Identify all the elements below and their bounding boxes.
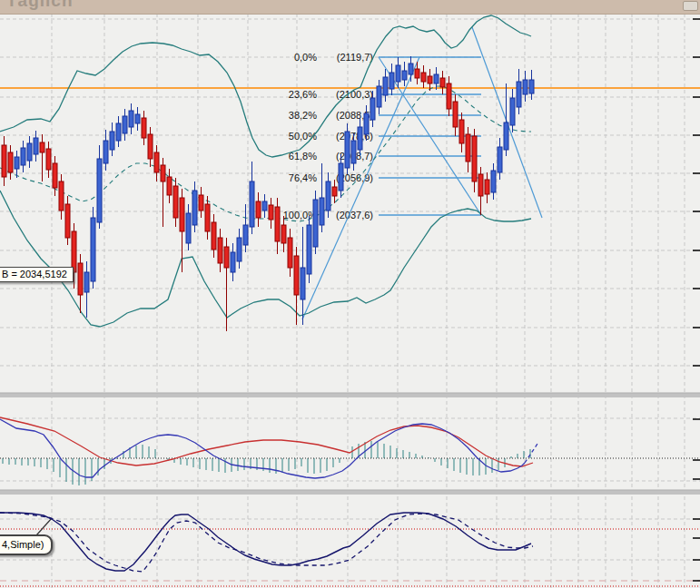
- indicator-params-tooltip: 4,Simple): [0, 534, 53, 555]
- bollinger-value-tooltip: B = 2034,5192: [0, 267, 74, 282]
- candle-body: [269, 205, 273, 220]
- candle-body: [504, 122, 508, 150]
- candle-body: [453, 102, 458, 127]
- candle-body: [421, 73, 426, 82]
- candle-body: [256, 201, 261, 218]
- candle-body: [65, 204, 70, 238]
- candle-body: [34, 138, 38, 154]
- candle-body: [358, 127, 362, 150]
- candle-body: [110, 132, 114, 150]
- candle-body: [523, 80, 527, 94]
- candle-body: [345, 132, 350, 168]
- candle-body: [237, 238, 242, 261]
- candle-body: [313, 200, 318, 247]
- candle-body: [218, 238, 222, 263]
- candle-body: [351, 141, 356, 163]
- candle-body: [40, 142, 44, 152]
- candle-body: [326, 181, 330, 211]
- candle-body: [154, 152, 159, 172]
- candle-body: [409, 64, 413, 74]
- candle-body: [15, 157, 19, 169]
- candle-body: [320, 198, 324, 225]
- fib-level-pct: 76,4%: [289, 172, 317, 183]
- candle-body: [472, 136, 477, 181]
- candle-body: [396, 65, 400, 82]
- candle-body: [91, 218, 95, 281]
- candle-body: [434, 74, 439, 83]
- candle-body: [491, 171, 496, 192]
- candle-body: [135, 114, 140, 123]
- candle-body: [46, 149, 51, 170]
- candle-body: [402, 71, 407, 80]
- candle-body: [123, 116, 127, 133]
- candle-body: [478, 174, 483, 196]
- candle-body: [186, 213, 191, 243]
- candle-body: [262, 201, 267, 211]
- candle-body: [389, 73, 394, 89]
- candle-body: [167, 177, 172, 195]
- candle-body: [415, 69, 419, 78]
- candle-body: [212, 222, 216, 250]
- candle-body: [205, 204, 210, 231]
- candle-body: [428, 76, 432, 83]
- candle-body: [161, 165, 165, 181]
- candle-body: [377, 86, 381, 107]
- candle-body: [466, 134, 470, 162]
- candle-body: [459, 120, 464, 143]
- candle-body: [339, 163, 343, 191]
- candle-body: [275, 207, 280, 241]
- candle-body: [180, 198, 184, 231]
- candle-body: [383, 77, 388, 95]
- chart-period-title: Täglich: [6, 0, 74, 11]
- candle-body: [517, 82, 521, 107]
- fib-level-pct: 0,0%: [294, 52, 317, 63]
- candle-body: [8, 152, 13, 172]
- window-corner-button[interactable]: [683, 1, 698, 11]
- candle-body: [27, 143, 32, 161]
- candle-body: [192, 191, 197, 225]
- candle-body: [281, 225, 286, 243]
- candle-body: [59, 181, 64, 211]
- candle-body: [485, 180, 489, 194]
- candle-body: [97, 159, 102, 222]
- candle-body: [199, 195, 203, 211]
- fib-level-value: (2119,7): [337, 52, 373, 63]
- candle-body: [510, 98, 515, 125]
- candle-body: [116, 123, 121, 141]
- chart-window: 0,0%(2119,7)23,6%(2100,3)38,2%(2088,5)50…: [0, 0, 700, 588]
- fib-level-value: (2100,3): [336, 89, 373, 100]
- fib-level-pct: 23,6%: [289, 89, 317, 100]
- candle-body: [332, 187, 337, 196]
- fib-level-pct: 38,2%: [289, 110, 317, 121]
- candle-body: [307, 225, 311, 274]
- candle-body: [142, 118, 146, 138]
- candle-body: [498, 147, 502, 172]
- candle-body: [529, 80, 534, 93]
- chart-canvas[interactable]: 0,0%(2119,7)23,6%(2100,3)38,2%(2088,5)50…: [0, 0, 700, 588]
- candle-body: [2, 145, 6, 177]
- candle-body: [288, 238, 292, 268]
- candle-body: [148, 134, 153, 159]
- candle-body: [84, 272, 89, 292]
- candle-body: [231, 252, 235, 272]
- fib-level-pct: 100,0%: [283, 210, 318, 220]
- candle-body: [250, 181, 254, 227]
- candle-body: [78, 263, 83, 295]
- candle-body: [224, 247, 229, 268]
- candle-body: [370, 98, 375, 120]
- panel-separator: [0, 393, 700, 397]
- candle-body: [294, 256, 299, 295]
- window-titlebar: Täglich: [0, 0, 700, 15]
- candle-body: [301, 268, 305, 299]
- candle-body: [440, 78, 445, 87]
- candle-body: [53, 163, 57, 188]
- fib-level-value: (2037,6): [336, 210, 373, 220]
- candle-body: [21, 148, 25, 165]
- candle-body: [447, 83, 451, 109]
- candle-body: [364, 113, 369, 134]
- candle-body: [129, 111, 133, 127]
- candle-body: [104, 141, 108, 163]
- candle-body: [173, 186, 178, 218]
- candle-body: [243, 225, 248, 245]
- panel-separator: [0, 490, 700, 495]
